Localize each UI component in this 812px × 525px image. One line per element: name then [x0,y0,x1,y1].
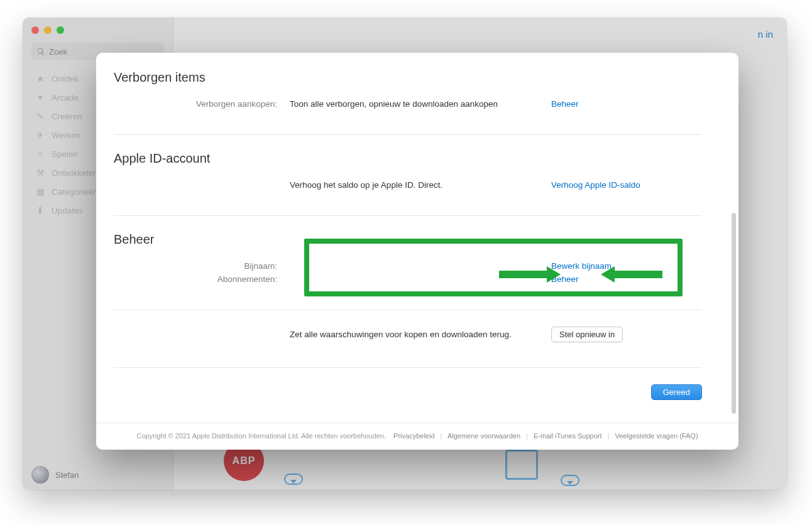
divider [114,215,702,216]
section-apple-id: Apple ID-account Verhoog het saldo op je… [114,151,702,204]
copyright-text: Copyright © 2021 Apple Distribution Inte… [136,432,385,440]
manage-hidden-link[interactable]: Beheer [551,99,702,109]
row-label: Abonnementen: [114,274,277,284]
legal-link-faq[interactable]: Veelgestelde vragen (FAQ) [615,432,698,440]
row-hidden-purchases: Verborgen aankopen: Toon alle verborgen,… [114,97,702,111]
row-value: Toon alle verborgen, opnieuw te download… [290,99,539,109]
legal-link-privacy[interactable]: Privacybeleid [393,432,434,440]
modal-body[interactable]: Verborgen items Verborgen aankopen: Toon… [96,53,738,423]
manage-subscriptions-link[interactable]: Beheer [551,274,702,284]
section-hidden-items: Verborgen items Verborgen aankopen: Toon… [114,70,702,123]
row-reset-warnings: Zet alle waarschuwingen voor kopen en do… [114,327,702,342]
reset-description: Zet alle waarschuwingen voor kopen en do… [290,330,539,339]
divider [114,310,702,310]
legal-link-terms[interactable]: Algemene voorwaarden [447,432,520,440]
divider [114,367,702,368]
row-nickname: Bijnaam: Bewerk bijnaam [114,259,702,273]
done-button[interactable]: Gereed [651,384,702,400]
scrollbar[interactable] [732,213,736,414]
row-subscriptions: Abonnementen: Beheer [114,273,702,286]
legal-link-support[interactable]: E-mail iTunes Support [534,432,601,440]
section-manage: Beheer Bijnaam: Bewerk bijnaam Abonnemen… [114,232,702,298]
reset-warnings-button[interactable]: Stel opnieuw in [551,327,623,342]
row-label: Verborgen aankopen: [114,99,277,109]
section-title: Verborgen items [114,70,702,85]
section-title: Apple ID-account [114,151,702,166]
edit-nickname-link[interactable]: Bewerk bijnaam [551,261,702,271]
add-funds-link[interactable]: Verhoog Apple ID-saldo [551,180,702,190]
row-label: Bijnaam: [114,261,277,271]
section-title: Beheer [114,232,702,247]
divider [114,134,702,135]
account-modal: Verborgen items Verborgen aankopen: Toon… [96,53,738,450]
legal-footer: Copyright © 2021 Apple Distribution Inte… [96,423,738,450]
row-apple-id-balance: Verhoog het saldo op je Apple ID. Direct… [114,178,702,192]
row-value: Verhoog het saldo op je Apple ID. Direct… [290,180,539,190]
